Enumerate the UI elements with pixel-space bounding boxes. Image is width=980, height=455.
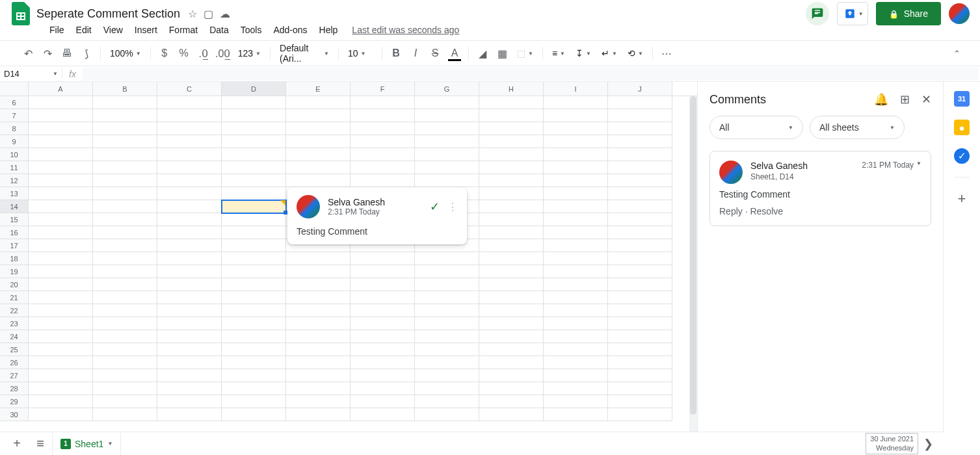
cell[interactable] [608,304,672,317]
cell[interactable] [93,278,157,291]
cell[interactable] [157,343,222,356]
cloud-status-icon[interactable]: ☁ [220,8,230,20]
card-location[interactable]: Sheet1, D14 [750,172,808,181]
cell[interactable] [608,109,672,122]
cell[interactable] [29,278,93,291]
cell[interactable] [544,304,608,317]
more-formats-select[interactable]: 123▼ [234,48,265,58]
cell[interactable] [93,135,157,148]
cell[interactable] [222,369,286,382]
cell[interactable] [415,278,479,291]
text-rotation-button[interactable]: ⟲▼ [624,48,647,58]
cell[interactable] [479,317,544,330]
cell[interactable] [479,226,544,239]
cell[interactable] [351,330,415,343]
cell[interactable] [286,291,351,304]
cell[interactable] [351,161,415,174]
cell[interactable] [479,122,544,135]
resolve-check-icon[interactable]: ✓ [430,200,440,214]
cell[interactable] [351,408,415,421]
cell[interactable] [479,291,544,304]
cell[interactable] [29,304,93,317]
cell[interactable] [286,122,351,135]
resolve-link[interactable]: Resolve [750,206,783,216]
cell[interactable] [93,122,157,135]
cell[interactable] [415,343,479,356]
cell[interactable] [93,96,157,109]
cell[interactable] [93,252,157,265]
row-header[interactable]: 25 [0,343,29,356]
cell[interactable] [29,200,93,213]
account-avatar[interactable] [949,3,970,24]
cell[interactable] [479,343,544,356]
cell[interactable] [93,148,157,161]
cell[interactable] [608,174,672,187]
cell[interactable] [157,135,222,148]
row-header[interactable]: 16 [0,226,29,239]
cell[interactable] [479,408,544,421]
cell[interactable] [351,148,415,161]
cell[interactable] [93,395,157,408]
cell[interactable] [351,304,415,317]
cell[interactable] [157,200,222,213]
cell[interactable] [222,96,286,109]
cell[interactable] [479,252,544,265]
cell[interactable] [479,265,544,278]
cell[interactable] [479,148,544,161]
cell[interactable] [29,356,93,369]
text-color-button[interactable]: A [446,45,463,62]
cell[interactable] [157,356,222,369]
cell[interactable] [29,135,93,148]
cell[interactable] [479,369,544,382]
cell[interactable] [479,213,544,226]
cell[interactable] [608,369,672,382]
cell[interactable] [544,161,608,174]
cell[interactable] [286,96,351,109]
document-title[interactable]: Seperate Comment Section [36,7,180,21]
add-comment-icon[interactable]: ⊞ [900,92,910,107]
row-header[interactable]: 9 [0,135,29,148]
cell[interactable] [29,148,93,161]
cell[interactable] [479,382,544,395]
cell[interactable] [544,395,608,408]
menu-edit[interactable]: Edit [71,22,97,38]
cell[interactable] [93,369,157,382]
cell[interactable] [351,122,415,135]
row-header[interactable]: 8 [0,122,29,135]
cell[interactable] [29,174,93,187]
cell[interactable] [544,226,608,239]
tasks-addon-icon[interactable]: ✓ [954,148,970,164]
cell[interactable] [222,174,286,187]
cell[interactable] [415,109,479,122]
cell[interactable] [608,135,672,148]
cell[interactable] [479,304,544,317]
cell[interactable] [479,174,544,187]
cell[interactable] [544,278,608,291]
cell[interactable] [157,382,222,395]
cell[interactable] [286,356,351,369]
cell[interactable] [157,109,222,122]
cell[interactable] [286,382,351,395]
cell[interactable] [29,213,93,226]
cell[interactable] [415,96,479,109]
cell[interactable] [93,187,157,200]
cell[interactable] [544,187,608,200]
paint-format-button[interactable]: ⟆ [78,45,95,62]
cell[interactable] [157,252,222,265]
cell[interactable] [608,96,672,109]
star-icon[interactable]: ☆ [188,8,197,20]
cell[interactable] [286,317,351,330]
row-header[interactable]: 11 [0,161,29,174]
cell[interactable] [286,343,351,356]
more-toolbar-button[interactable]: ⋯ [658,45,675,62]
cell[interactable] [222,135,286,148]
print-button[interactable]: 🖶 [59,45,75,62]
cell[interactable] [415,395,479,408]
cell[interactable] [544,291,608,304]
cell[interactable] [222,200,286,213]
cell[interactable] [157,122,222,135]
cell[interactable] [93,330,157,343]
cell[interactable] [608,408,672,421]
cell[interactable] [222,382,286,395]
formula-input[interactable] [83,68,979,81]
